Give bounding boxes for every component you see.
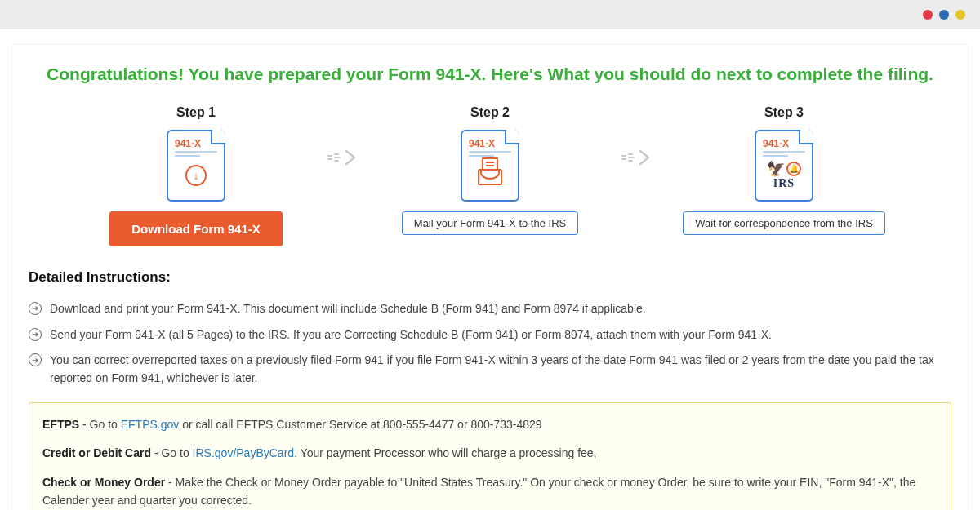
detailed-instructions-heading: Detailed Instructions: <box>29 269 951 286</box>
step-1-title: Step 1 <box>176 105 216 120</box>
bell-icon: 🔔 <box>786 162 801 176</box>
payment-eftps: EFTPS - Go to EFTPS.gov or call call EFT… <box>42 416 938 434</box>
instruction-text: Download and print your Form 941-X. This… <box>50 300 646 318</box>
step-3-title: Step 3 <box>764 105 804 120</box>
arrow-right-icon <box>619 148 655 167</box>
document-icon: 941-X <box>461 130 519 202</box>
payment-label: EFTPS <box>42 418 79 431</box>
irs-icon: 🦅 🔔 IRS <box>767 162 801 190</box>
step-2: Step 2 941-X Mail your Form 941-X to the… <box>376 105 604 235</box>
document-icon: 941-X 🦅 🔔 IRS <box>755 130 813 202</box>
step-2-title: Step 2 <box>470 105 510 120</box>
mail-icon <box>478 166 502 185</box>
arrow-circle-icon: ➔ <box>29 302 42 315</box>
irs-label: IRS <box>773 177 795 190</box>
eagle-icon: 🦅 <box>767 162 785 176</box>
payment-options-box: EFTPS - Go to EFTPS.gov or call call EFT… <box>29 402 951 510</box>
irs-paybycard-link[interactable]: IRS.gov/PayByCard. <box>193 446 297 459</box>
step-1: Step 1 941-X ↓ Download Form 941-X <box>82 105 310 246</box>
congrats-heading: Congratulations! You have prepared your … <box>29 64 951 84</box>
payment-label: Check or Money Order <box>42 476 165 489</box>
main-card: Congratulations! You have prepared your … <box>11 44 969 510</box>
arrow-circle-icon: ➔ <box>29 353 42 366</box>
instruction-item: ➔ Download and print your Form 941-X. Th… <box>29 300 951 318</box>
payment-label: Credit or Debit Card <box>42 446 151 459</box>
arrow-separator <box>318 148 368 167</box>
download-form-button[interactable]: Download Form 941-X <box>109 211 283 246</box>
instruction-text: Send your Form 941-X (all 5 Pages) to th… <box>50 326 772 344</box>
instruction-item: ➔ Send your Form 941-X (all 5 Pages) to … <box>29 326 951 344</box>
instruction-text: You can correct overreported taxes on a … <box>50 352 951 387</box>
window-dot-yellow[interactable] <box>956 10 965 20</box>
steps-row: Step 1 941-X ↓ Download Form 941-X <box>29 105 951 246</box>
arrow-circle-icon: ➔ <box>29 328 42 341</box>
payment-card: Credit or Debit Card - Go to IRS.gov/Pay… <box>42 445 938 463</box>
instructions-list: ➔ Download and print your Form 941-X. Th… <box>29 300 951 388</box>
payment-check: Check or Money Order - Make the Check or… <box>42 474 938 509</box>
wait-irs-label: Wait for correspondence from the IRS <box>683 211 885 235</box>
download-icon: ↓ <box>185 165 207 186</box>
document-icon: 941-X ↓ <box>167 130 225 202</box>
step-3: Step 3 941-X 🦅 🔔 IRS <box>670 105 898 235</box>
arrow-right-icon <box>325 148 361 167</box>
arrow-separator <box>612 148 662 167</box>
instruction-item: ➔ You can correct overreported taxes on … <box>29 352 951 387</box>
window-dot-blue[interactable] <box>939 10 949 20</box>
window-dot-red[interactable] <box>923 10 933 20</box>
mail-form-label: Mail your Form 941-X to the IRS <box>402 211 578 235</box>
eftps-link[interactable]: EFTPS.gov <box>121 418 180 431</box>
window-titlebar <box>0 0 980 29</box>
